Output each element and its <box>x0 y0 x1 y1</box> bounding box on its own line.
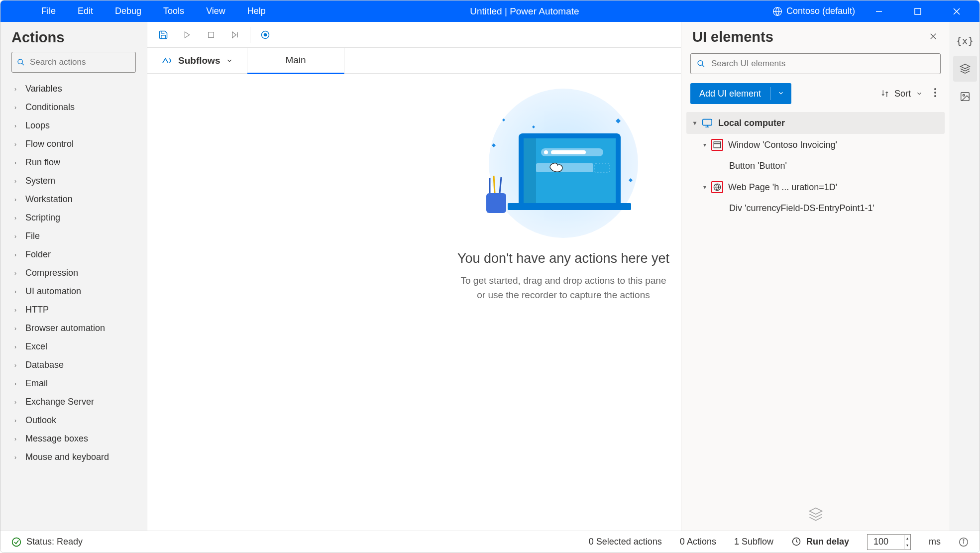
svg-point-29 <box>698 61 703 66</box>
close-panel-button[interactable] <box>926 29 941 45</box>
svg-rect-14 <box>508 203 631 210</box>
tab-main[interactable]: Main <box>247 47 344 74</box>
tree-webpage[interactable]: ▾ Web Page 'h ... uration=1D' <box>686 176 945 198</box>
tree-div[interactable]: Div 'currencyField-DS-EntryPoint1-1' <box>686 198 945 219</box>
menu-debug[interactable]: Debug <box>104 0 152 22</box>
chevron-down-icon[interactable] <box>770 89 791 99</box>
chevron-right-icon: › <box>14 104 19 111</box>
run-delay-input[interactable]: 100 ▴▾ <box>867 534 911 550</box>
action-category-scripting[interactable]: ›Scripting <box>9 209 144 227</box>
action-category-run-flow[interactable]: ›Run flow <box>9 153 144 172</box>
action-category-conditionals[interactable]: ›Conditionals <box>9 98 144 116</box>
chevron-right-icon: › <box>14 417 19 424</box>
more-icon <box>934 88 937 98</box>
action-category-flow-control[interactable]: ›Flow control <box>9 135 144 153</box>
tree-local-computer[interactable]: ▾ Local computer <box>686 112 945 134</box>
action-category-email[interactable]: ›Email <box>9 374 144 393</box>
action-label: Message boxes <box>25 434 88 444</box>
action-category-browser-automation[interactable]: ›Browser automation <box>9 319 144 337</box>
action-label: File <box>25 231 40 241</box>
actions-search-box[interactable] <box>11 52 136 73</box>
close-icon <box>929 32 938 41</box>
close-button[interactable] <box>942 0 972 22</box>
sort-button[interactable]: Sort <box>880 89 923 99</box>
search-icon <box>17 58 25 67</box>
action-label: Outlook <box>25 415 56 426</box>
chevron-right-icon: › <box>14 215 19 221</box>
menu-edit[interactable]: Edit <box>67 0 104 22</box>
action-label: Browser automation <box>25 323 105 333</box>
images-pane-button[interactable] <box>953 84 977 110</box>
info-icon[interactable] <box>959 537 969 547</box>
svg-point-40 <box>963 94 965 96</box>
action-category-message-boxes[interactable]: ›Message boxes <box>9 430 144 448</box>
menu-view[interactable]: View <box>195 0 236 22</box>
status-text: Status: Ready <box>26 537 83 547</box>
layers-footer <box>681 219 950 532</box>
ui-elements-pane-button[interactable] <box>953 56 977 82</box>
add-ui-element-button[interactable]: Add UI element <box>690 83 791 104</box>
subflows-dropdown[interactable]: Subflows <box>147 48 247 73</box>
tree-button[interactable]: Button 'Button' <box>686 156 945 176</box>
action-category-compression[interactable]: ›Compression <box>9 264 144 282</box>
svg-point-31 <box>934 92 936 94</box>
svg-rect-33 <box>703 119 712 125</box>
globe-icon <box>711 181 723 193</box>
ui-elements-search-input[interactable] <box>711 59 934 69</box>
ui-elements-search[interactable] <box>690 53 941 74</box>
action-label: HTTP <box>25 305 49 315</box>
workspace-selector[interactable]: Contoso (default) <box>772 6 855 16</box>
ui-elements-title: UI elements <box>692 29 773 45</box>
action-category-loops[interactable]: ›Loops <box>9 116 144 135</box>
action-category-excel[interactable]: ›Excel <box>9 337 144 356</box>
tree-window[interactable]: ▾ Window 'Contoso Invoicing' <box>686 134 945 156</box>
stop-button[interactable] <box>199 25 223 45</box>
action-category-workstation[interactable]: ›Workstation <box>9 190 144 209</box>
run-button[interactable] <box>175 25 199 45</box>
action-category-http[interactable]: ›HTTP <box>9 301 144 319</box>
svg-line-27 <box>494 176 495 193</box>
menu-help[interactable]: Help <box>236 0 277 22</box>
svg-rect-18 <box>536 163 593 172</box>
action-category-database[interactable]: ›Database <box>9 356 144 374</box>
action-category-ui-automation[interactable]: ›UI automation <box>9 282 144 301</box>
action-category-system[interactable]: ›System <box>9 172 144 190</box>
action-category-variables[interactable]: ›Variables <box>9 80 144 98</box>
chevron-right-icon: › <box>14 141 19 148</box>
window-icon <box>711 139 723 151</box>
empty-title: You don't have any actions here yet <box>457 251 669 266</box>
actions-list[interactable]: ›Variables›Conditionals›Loops›Flow contr… <box>0 80 147 528</box>
step-button[interactable] <box>223 25 247 45</box>
action-label: UI automation <box>25 286 81 297</box>
action-label: Mouse and keyboard <box>25 452 109 462</box>
action-category-exchange-server[interactable]: ›Exchange Server <box>9 393 144 411</box>
status-bar: Status: Ready 0 Selected actions 0 Actio… <box>0 531 980 553</box>
svg-point-2 <box>18 59 22 64</box>
chevron-right-icon: › <box>14 196 19 203</box>
variables-pane-button[interactable]: {x} <box>953 28 977 54</box>
maximize-button[interactable] <box>903 0 933 22</box>
actions-panel-title: Actions <box>0 22 147 52</box>
action-category-outlook[interactable]: ›Outlook <box>9 411 144 430</box>
action-category-file[interactable]: ›File <box>9 227 144 245</box>
menu-bar: File Edit Debug Tools View Help <box>30 0 277 22</box>
minimize-button[interactable] <box>864 0 894 22</box>
chevron-right-icon: › <box>14 362 19 369</box>
svg-marker-3 <box>185 32 189 38</box>
chevron-right-icon: › <box>14 270 19 277</box>
save-button[interactable] <box>151 25 175 45</box>
action-category-folder[interactable]: ›Folder <box>9 245 144 264</box>
search-icon <box>697 59 705 68</box>
recorder-button[interactable] <box>253 25 277 45</box>
actions-search-input[interactable] <box>30 57 130 67</box>
action-label: Scripting <box>25 213 60 223</box>
right-tool-strip: {x} <box>950 22 980 532</box>
menu-tools[interactable]: Tools <box>152 0 195 22</box>
sort-icon <box>880 89 889 98</box>
svg-marker-5 <box>232 32 236 38</box>
delay-spinner[interactable]: ▴▾ <box>904 535 910 549</box>
image-icon <box>960 91 971 102</box>
action-category-mouse-and-keyboard[interactable]: ›Mouse and keyboard <box>9 448 144 466</box>
more-button[interactable] <box>930 88 941 100</box>
menu-file[interactable]: File <box>30 0 67 22</box>
